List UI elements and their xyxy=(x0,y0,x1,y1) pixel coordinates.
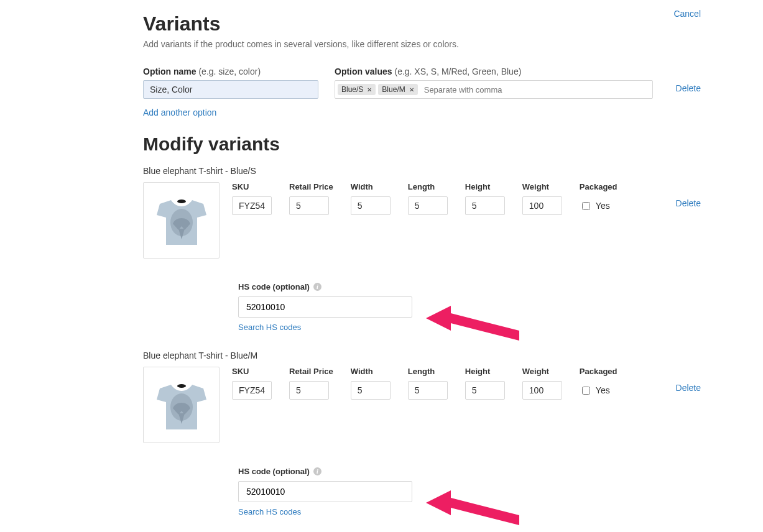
variant-row: SKU Retail Price Width Length Height Wei… xyxy=(143,367,701,443)
length-input[interactable] xyxy=(408,381,448,400)
variant-thumbnail[interactable] xyxy=(143,182,220,259)
retail-input[interactable] xyxy=(289,381,329,400)
option-tag[interactable]: Blue/M ✕ xyxy=(378,84,417,95)
option-values-input[interactable]: Blue/S ✕ Blue/M ✕ xyxy=(335,80,653,99)
height-input[interactable] xyxy=(465,381,505,400)
col-width-label: Width xyxy=(351,182,391,191)
col-retail-label: Retail Price xyxy=(289,182,333,191)
weight-input[interactable] xyxy=(522,381,562,400)
variants-subtitle: Add variants if the product comes in sev… xyxy=(143,39,701,49)
col-sku-label: SKU xyxy=(232,367,272,376)
close-icon[interactable]: ✕ xyxy=(367,86,372,93)
width-input[interactable] xyxy=(351,381,391,400)
weight-input[interactable] xyxy=(522,196,562,215)
col-weight-label: Weight xyxy=(522,367,562,376)
hs-code-section: HS code (optional) i Search HS codes xyxy=(238,282,701,332)
option-values-text-input[interactable] xyxy=(420,84,650,96)
variant-title: Blue elephant T-shirt - Blue/M xyxy=(143,351,701,360)
variants-heading: Variants xyxy=(143,12,701,35)
option-tag-label: Blue/S xyxy=(341,85,363,94)
variant-block: Blue elephant T-shirt - Blue/M SKU Retai… xyxy=(143,351,701,516)
option-name-hint: (e.g. size, color) xyxy=(198,66,261,76)
col-width-label: Width xyxy=(351,367,391,376)
variant-block: Blue elephant T-shirt - Blue/S SKU Retai… xyxy=(143,166,701,332)
add-option-link[interactable]: Add another option xyxy=(143,108,701,117)
col-sku-label: SKU xyxy=(232,182,272,191)
option-values-label: Option values (e.g. XS, S, M/Red, Green,… xyxy=(335,66,653,76)
info-icon[interactable]: i xyxy=(313,283,321,291)
option-name-input[interactable] xyxy=(143,80,318,99)
svg-point-1 xyxy=(177,200,186,203)
close-icon[interactable]: ✕ xyxy=(409,86,414,93)
variant-columns: SKU Retail Price Width Length Height Wei… xyxy=(232,367,664,400)
hs-code-label: HS code (optional) i xyxy=(238,467,701,476)
hs-code-label: HS code (optional) i xyxy=(238,282,701,291)
delete-variant-link[interactable]: Delete xyxy=(676,182,701,208)
packaged-checkbox[interactable] xyxy=(582,387,590,395)
variant-columns: SKU Retail Price Width Length Height Wei… xyxy=(232,182,664,215)
col-weight-label: Weight xyxy=(522,182,562,191)
width-input[interactable] xyxy=(351,196,391,215)
cancel-link[interactable]: Cancel xyxy=(673,9,701,19)
search-hs-codes-link[interactable]: Search HS codes xyxy=(238,507,701,516)
length-input[interactable] xyxy=(408,196,448,215)
packaged-yes-label: Yes xyxy=(596,201,610,211)
option-values-group: Option values (e.g. XS, S, M/Red, Green,… xyxy=(335,66,653,99)
search-hs-codes-link[interactable]: Search HS codes xyxy=(238,323,701,332)
packaged-checkbox[interactable] xyxy=(582,202,590,210)
modify-variants-heading: Modify variants xyxy=(143,134,701,155)
delete-variant-link[interactable]: Delete xyxy=(676,367,701,393)
col-height-label: Height xyxy=(465,367,505,376)
option-values-hint: (e.g. XS, S, M/Red, Green, Blue) xyxy=(394,66,521,76)
variant-thumbnail[interactable] xyxy=(143,367,220,443)
variant-title: Blue elephant T-shirt - Blue/S xyxy=(143,166,701,176)
hs-code-input[interactable] xyxy=(238,481,412,502)
hs-code-label-text: HS code (optional) xyxy=(238,282,310,291)
option-name-label-text: Option name xyxy=(143,66,197,76)
option-name-label: Option name (e.g. size, color) xyxy=(143,66,318,76)
retail-input[interactable] xyxy=(289,196,329,215)
packaged-cell: Yes xyxy=(580,381,617,400)
col-packaged-label: Packaged xyxy=(580,367,617,376)
packaged-cell: Yes xyxy=(580,196,617,215)
variant-row: SKU Retail Price Width Length Height Wei… xyxy=(143,182,701,259)
hs-code-section: HS code (optional) i Search HS codes xyxy=(238,467,701,516)
svg-point-4 xyxy=(177,384,186,388)
option-tag[interactable]: Blue/S ✕ xyxy=(338,84,376,95)
col-retail-label: Retail Price xyxy=(289,367,333,376)
delete-option-link[interactable]: Delete xyxy=(676,72,701,93)
hs-code-input[interactable] xyxy=(238,296,412,318)
col-packaged-label: Packaged xyxy=(580,182,617,191)
option-name-group: Option name (e.g. size, color) xyxy=(143,66,318,99)
col-length-label: Length xyxy=(408,367,448,376)
info-icon[interactable]: i xyxy=(313,467,321,475)
sku-input[interactable] xyxy=(232,196,272,215)
col-length-label: Length xyxy=(408,182,448,191)
packaged-yes-label: Yes xyxy=(596,385,610,395)
option-tag-label: Blue/M xyxy=(382,85,405,94)
col-height-label: Height xyxy=(465,182,505,191)
option-row: Option name (e.g. size, color) Option va… xyxy=(143,66,701,99)
option-values-label-text: Option values xyxy=(335,66,392,76)
tshirt-icon xyxy=(147,371,216,439)
tshirt-icon xyxy=(147,186,216,255)
hs-code-label-text: HS code (optional) xyxy=(238,467,310,476)
sku-input[interactable] xyxy=(232,381,272,400)
height-input[interactable] xyxy=(465,196,505,215)
